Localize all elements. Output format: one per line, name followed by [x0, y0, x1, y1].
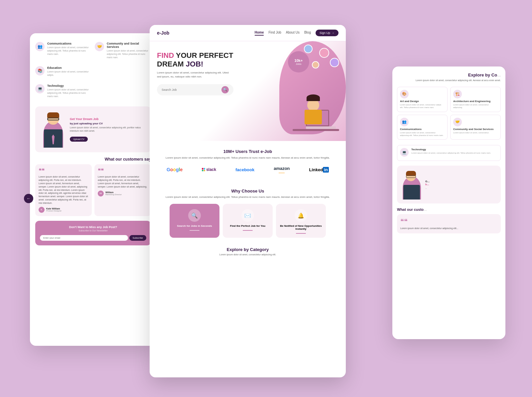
why-card-notify[interactable]: 🔔 Be Notified of New Opportunities Insta…	[276, 204, 326, 238]
trust-description: Lorem ipsum dolor sit amet, consectetur …	[157, 156, 338, 160]
sign-up-button[interactable]: Sign Up →	[316, 30, 338, 36]
testimonial-author: W William Marketing Director	[98, 191, 148, 197]
notify-feature-icon: 🔔	[295, 209, 307, 222]
technology-icon: 💻	[35, 84, 45, 93]
card-divider	[243, 230, 253, 231]
cat-desc: Lorem ipsum dolor sit amet, consectetur …	[453, 103, 498, 109]
why-card-find[interactable]: ✉️ Find the Perfect Job for You	[223, 204, 273, 238]
testimonials-title: What our customers say	[35, 157, 151, 162]
right-explore-desc: Lorem ipsum dolor sit amet, consectetur …	[397, 79, 501, 82]
email-input[interactable]	[40, 235, 128, 241]
nav-links: Home Find Job About Us Blog	[255, 31, 311, 36]
newsletter-subtitle: Subscribe to Our Newsletter	[40, 229, 146, 232]
cat-desc: Lorem ipsum dolor sit amet, consectetur …	[47, 88, 91, 98]
left-arrow-button[interactable]: ←	[24, 194, 33, 203]
why-card-title: Be Notified of New Opportunities Instant…	[279, 224, 323, 230]
find-feature-icon: ✉️	[241, 209, 254, 222]
right-quote-mark: ❝❝	[400, 217, 497, 225]
cat-desc: Lorem ipsum dolor sit amet, consectetur …	[107, 49, 151, 59]
architecture-icon: 🏗️	[453, 90, 462, 98]
why-card-search[interactable]: 🔍 Search for Jobs in Seconds	[170, 204, 219, 238]
author-name: William	[105, 191, 122, 194]
cat-desc: Lorem ipsum dolor sit amet, consectetur …	[400, 131, 445, 137]
why-section: Why Choose Us Lorem ipsum dolor sit amet…	[150, 184, 346, 242]
testimonial-card: ❝❝ Lorem ipsum dolor sit amet, consectet…	[94, 164, 151, 216]
list-item[interactable]: 📚 Education Lorem ipsum dolor sit amet, …	[35, 64, 91, 79]
testimonial-card: ❝❝ Lorem ipsum dolor sit amet, consectet…	[35, 164, 92, 216]
cat-desc: Lorem ipsum dolor sit amet, consectetur.	[453, 131, 498, 134]
trust-section: 10M+ Users Trust e-Job Lorem ipsum dolor…	[150, 141, 346, 184]
man-figure	[40, 111, 66, 148]
search-feature-icon: 🔍	[188, 209, 201, 222]
nav-link-about[interactable]: About Us	[286, 31, 300, 36]
nav-link-home[interactable]: Home	[255, 31, 264, 36]
author-role: Marketing Director	[105, 194, 122, 196]
search-button[interactable]: 🔍	[221, 86, 229, 93]
list-item[interactable]: 💻 Technology Lorem ipsum dolor sit amet,…	[397, 145, 501, 161]
explore-section: Explore by Category Lorem ipsum dolor si…	[150, 242, 346, 264]
linkedin-logo: Linkedin	[309, 167, 329, 172]
subscribe-button[interactable]: Subscribe	[129, 235, 146, 241]
hero-description: Lorem ipsum dolor sit amet, consectetur …	[157, 71, 230, 79]
search-bar: 🔍	[157, 84, 233, 95]
left-hero-section: Get Your Dream Job by just uploading you…	[35, 106, 151, 152]
cat-title: Communications	[47, 42, 91, 45]
author-avatar: W	[98, 191, 104, 197]
quote-mark: ❝❝	[39, 168, 88, 174]
arrow-icon: →	[332, 31, 334, 35]
right-hero-desc: ...	[425, 187, 497, 190]
card-divider	[190, 230, 200, 231]
nav-link-blog[interactable]: Blog	[304, 31, 311, 36]
community-icon: 🤝	[453, 118, 462, 126]
communications-icon: 👥	[400, 118, 409, 126]
newsletter-title: Don't Want to Miss any Job Post?	[40, 225, 146, 229]
cat-title: Education	[47, 66, 91, 69]
right-mockup: Explore by Co... Lorem ipsum dolor sit a…	[392, 66, 505, 339]
education-icon: 📚	[35, 66, 45, 75]
trust-title: 10M+ Users Trust e-Job	[157, 149, 338, 154]
right-testimonials-title: What our custo...	[397, 207, 501, 211]
why-card-title: Search for Jobs in Seconds	[177, 224, 212, 227]
list-item[interactable]: 👥 Communications Lorem ipsum dolor sit a…	[397, 115, 448, 140]
testimonial-text: Lorem ipsum dolor sit amet, consectetur …	[98, 175, 148, 188]
card-divider	[296, 233, 306, 234]
community-icon: 🤝	[95, 42, 104, 51]
right-categories: 🎨 Art and Design Lorem ipsum dolor sit a…	[397, 87, 501, 140]
quote-mark: ❝❝	[98, 168, 148, 174]
list-item[interactable]: 🏗️ Architecture and Engineering Lorem ip…	[450, 87, 501, 112]
left-categories: 👥 Communications Lorem ipsum dolor sit a…	[35, 40, 151, 100]
hero-illustration	[276, 41, 346, 138]
author-name: Kate William	[46, 207, 62, 210]
cat-title: Community and Social Services	[107, 42, 151, 49]
list-item[interactable]: 👥 Communications Lorem ipsum dolor sit a…	[35, 40, 91, 61]
explore-desc: Lorem ipsum dolor sit amet, consectetur …	[157, 253, 338, 256]
list-item[interactable]: 🎨 Art and Design Lorem ipsum dolor sit a…	[397, 87, 448, 112]
technology-icon: 💻	[400, 148, 409, 157]
amazon-logo: amazon‸‸‸‸‸‸	[274, 166, 290, 173]
navbar: e-Job Home Find Job About Us Blog Sign U…	[150, 25, 346, 41]
upload-cv-button[interactable]: Upload CV	[70, 137, 88, 142]
slack-logo: slack	[202, 167, 216, 172]
right-explore-title: Explore by Co...	[397, 72, 501, 77]
search-input[interactable]	[162, 88, 221, 91]
right-testimonial-card: ❝❝ Lorem ipsum dolor sit amet, consectet…	[397, 214, 501, 233]
hero-section: 10k+ Jobs FIND YOUR PERFECT DREAM JOB! L…	[150, 41, 346, 141]
cat-title: Technology	[411, 148, 491, 151]
testimonial-text: Lorem ipsum dolor sit amet, consectetur …	[39, 175, 88, 204]
list-item[interactable]: 💻 Technology Lorem ipsum dolor sit amet,…	[35, 82, 91, 100]
communications-icon: 👥	[35, 42, 45, 51]
list-item[interactable]: 🤝 Community and Social Services Lorem ip…	[450, 115, 501, 140]
cat-desc: Lorem ipsum dolor sit amet, consectetur …	[400, 103, 445, 109]
cat-title: Communications	[400, 128, 445, 131]
cat-title: Technology	[47, 84, 91, 87]
testimonials-row: ❝❝ Lorem ipsum dolor sit amet, consectet…	[35, 164, 151, 216]
why-card-title: Find the Perfect Job for You	[230, 224, 265, 227]
center-mockup: e-Job Home Find Job About Us Blog Sign U…	[150, 25, 346, 377]
nav-link-findjob[interactable]: Find Job	[268, 31, 281, 36]
jobs-badge: 10k+ Jobs	[288, 51, 309, 72]
facebook-logo: facebook	[235, 167, 254, 172]
left-hero-subtitle: by just uploading your CV	[70, 122, 146, 125]
list-item[interactable]: 🤝 Community and Social Services Lorem ip…	[95, 40, 151, 61]
explore-title: Explore by Category	[157, 247, 338, 252]
art-design-icon: 🎨	[400, 90, 409, 98]
